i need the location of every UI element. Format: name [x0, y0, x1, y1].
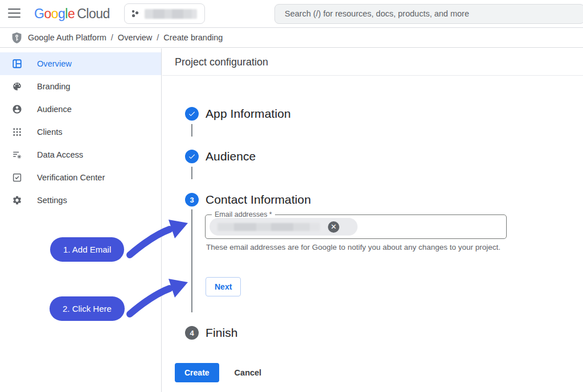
email-chip[interactable]: ✕ [210, 218, 358, 236]
step-label: Audience [206, 150, 256, 163]
list-gear-icon [12, 150, 22, 160]
dashboard-icon [12, 59, 22, 69]
breadcrumb-item-overview[interactable]: Overview [118, 33, 152, 42]
sidebar-item-label: Overview [37, 59, 72, 68]
step-app-information: App Information [185, 107, 291, 121]
sidebar-item-verification-center[interactable]: Verification Center [0, 166, 161, 189]
step-connector [191, 209, 192, 312]
step-connector [191, 124, 192, 137]
step-finish: 4 Finish [185, 326, 238, 340]
breadcrumb-separator: / [111, 33, 113, 42]
google-cloud-logo[interactable]: GoogleCloud [34, 0, 110, 27]
search-input[interactable]: Search (/) for resources, docs, products… [274, 4, 583, 24]
step-contact-information: 3 Contact Information [185, 193, 311, 207]
project-name-redacted [145, 9, 197, 19]
project-dots-icon [130, 9, 139, 18]
email-helper-text: These email addresses are for Google to … [206, 242, 532, 253]
logo-letter: G [34, 6, 44, 21]
step-completed-check-icon [185, 107, 199, 121]
sidebar-item-clients[interactable]: Clients [0, 121, 161, 143]
step-connector [191, 167, 192, 179]
wizard-content: App Information Audience 3 Contact Infor… [162, 76, 583, 392]
sidebar-item-label: Clients [37, 127, 63, 137]
person-icon [12, 104, 22, 114]
step-label: App Information [206, 107, 291, 121]
sidebar-item-label: Branding [37, 82, 70, 91]
breadcrumb-item-auth-platform[interactable]: Google Auth Platform [28, 33, 106, 42]
next-button[interactable]: Next [206, 277, 241, 296]
step-completed-check-icon [185, 150, 199, 163]
gear-icon [12, 195, 22, 205]
sidebar-item-label: Settings [37, 196, 67, 205]
apps-grid-icon [12, 127, 22, 137]
sidebar-item-label: Audience [37, 105, 72, 114]
page-title: Project configuration [162, 48, 583, 76]
auth-platform-shield-icon [11, 32, 22, 44]
wizard-actions: Create Cancel [175, 363, 261, 382]
breadcrumb-separator: / [157, 33, 159, 42]
step-audience: Audience [185, 150, 256, 163]
sidebar-item-overview[interactable]: Overview [0, 52, 161, 75]
project-selector[interactable] [124, 3, 205, 24]
hamburger-menu-icon[interactable] [8, 9, 22, 19]
step-label: Finish [206, 326, 238, 340]
sidebar-item-branding[interactable]: Branding [0, 75, 161, 98]
sidebar-item-data-access[interactable]: Data Access [0, 143, 161, 166]
main-panel: Project configuration App Information Au… [162, 48, 583, 392]
sidebar-item-label: Data Access [37, 150, 83, 159]
breadcrumb: Google Auth Platform / Overview / Create… [0, 28, 583, 48]
sidebar-item-audience[interactable]: Audience [0, 98, 161, 121]
chip-remove-icon[interactable]: ✕ [328, 221, 339, 233]
breadcrumb-item-create-branding: Create branding [163, 33, 223, 42]
email-addresses-field[interactable]: Email addresses * ✕ [205, 214, 507, 239]
top-app-bar: GoogleCloud Search (/) for resources, do… [0, 0, 583, 28]
step-number-badge: 3 [185, 193, 199, 207]
sidebar-item-settings[interactable]: Settings [0, 189, 161, 212]
step-number-badge: 4 [185, 326, 199, 340]
step-label: Contact Information [206, 193, 311, 207]
checkbox-icon [12, 172, 22, 183]
email-chip-redacted-text [217, 223, 320, 231]
create-button[interactable]: Create [175, 363, 219, 382]
palette-icon [12, 81, 22, 92]
sidebar-item-label: Verification Center [37, 173, 105, 182]
cancel-button[interactable]: Cancel [235, 368, 262, 377]
sidebar-nav: Overview Branding Audience Clients [0, 48, 162, 392]
